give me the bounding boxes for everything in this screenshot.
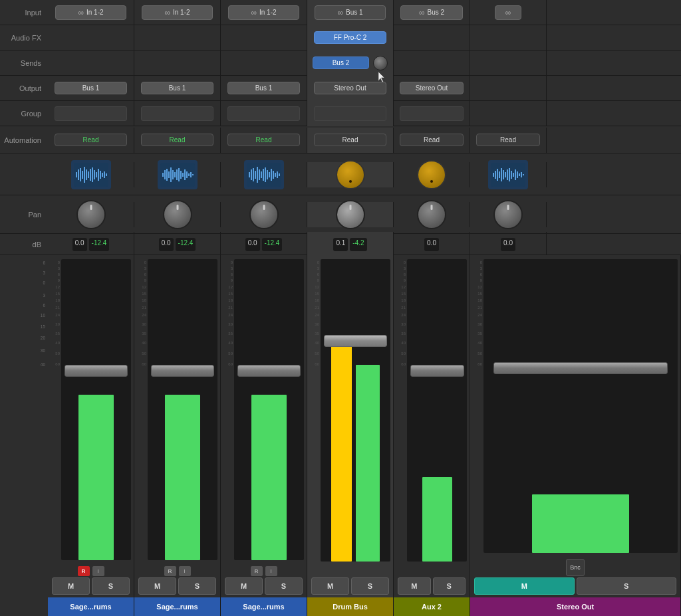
ch4-db-right[interactable]: -4.2 xyxy=(350,238,366,251)
ch4-fader-handle[interactable] xyxy=(324,335,387,347)
ch2-db-right[interactable]: -12.4 xyxy=(176,238,196,251)
ch3-s-btn[interactable]: S xyxy=(265,577,303,595)
ch6-s-btn[interactable]: S xyxy=(577,577,677,595)
ch5-yellow-knob[interactable] xyxy=(417,160,446,189)
ch6-db-left[interactable]: 0.0 xyxy=(501,238,515,251)
ch1-input-btn[interactable]: ∞ In 1-2 xyxy=(55,5,126,20)
ch1-waveform-svg xyxy=(74,163,108,187)
ch4-ri-row xyxy=(307,565,393,577)
channel-5-aux: 036912151821243035405060 M S Aux 2 xyxy=(394,255,470,616)
ch3-pan-dot xyxy=(263,205,265,210)
ch5-db-row: 0.0 xyxy=(422,235,442,254)
ch2-output-btn[interactable]: Bus 1 xyxy=(141,82,213,94)
ch5-fader-handle[interactable] xyxy=(410,365,464,377)
ch5-group-field[interactable] xyxy=(400,106,463,121)
ch6-pan-knob[interactable] xyxy=(493,200,523,229)
ch5-input-btn[interactable]: ∞ Bus 2 xyxy=(400,5,462,20)
ch4-m-btn[interactable]: M xyxy=(311,577,349,595)
ch3-fader-handle[interactable] xyxy=(237,365,301,377)
ch5-db-left[interactable]: 0.0 xyxy=(424,238,439,251)
ch3-db-right[interactable]: -12.4 xyxy=(262,238,283,251)
ch3-group-field[interactable] xyxy=(227,106,300,121)
ch2-i-btn[interactable]: I xyxy=(179,566,191,576)
ch2-s-btn[interactable]: S xyxy=(178,577,216,595)
ch1-i-btn[interactable]: I xyxy=(92,566,104,576)
ch1-db-left[interactable]: 0.0 xyxy=(72,238,87,251)
ch4-s-btn[interactable]: S xyxy=(351,577,389,595)
ch3-output-btn[interactable]: Bus 1 xyxy=(227,82,300,94)
ch2-fader-handle[interactable] xyxy=(151,365,214,377)
ch6-pan-dot xyxy=(507,205,509,210)
ch6-bnc-btn[interactable]: Bnc xyxy=(566,559,585,576)
ch5-auto-btn[interactable]: Read xyxy=(400,134,463,146)
ch4-fader-track[interactable] xyxy=(321,259,390,562)
ch5-pan-knob[interactable] xyxy=(417,200,446,229)
input-label: Input xyxy=(0,9,48,17)
automation-row: Automation Read Read Read Read Read xyxy=(0,126,681,154)
ch6-fader-handle[interactable] xyxy=(493,362,668,374)
ch6-input-cell: ∞ xyxy=(470,0,547,25)
ch4-send-btn[interactable]: Bus 2 xyxy=(313,56,369,69)
ch5-m-btn[interactable]: M xyxy=(398,577,431,595)
svg-marker-0 xyxy=(378,72,384,82)
ch2-r-btn[interactable]: R xyxy=(164,566,176,576)
ch1-fader-handle[interactable] xyxy=(65,365,128,377)
ch6-fader-area: 036912151821243035405060 xyxy=(470,255,680,557)
ch4-db-left[interactable]: 0.1 xyxy=(333,238,348,251)
ch2-waveform[interactable] xyxy=(158,160,198,189)
ch6-auto-btn[interactable]: Read xyxy=(476,134,539,146)
ch1-r-btn[interactable]: R xyxy=(78,566,90,576)
ch6-m-btn[interactable]: M xyxy=(474,577,575,595)
ch3-input-btn[interactable]: ∞ In 1-2 xyxy=(228,5,299,20)
ch3-auto-btn[interactable]: Read xyxy=(227,134,300,146)
ch1-output-btn[interactable]: Bus 1 xyxy=(55,82,127,94)
ch4-auto-btn[interactable]: Read xyxy=(314,134,386,146)
ch4-fx-btn[interactable]: FF Pro-C 2 xyxy=(314,31,386,44)
ch5-auto-cell: Read xyxy=(394,128,470,153)
ch3-db-left[interactable]: 0.0 xyxy=(245,238,260,251)
ch1-group-cell xyxy=(48,101,134,126)
ch3-pan-knob[interactable] xyxy=(249,200,279,229)
ch2-group-field[interactable] xyxy=(141,106,213,121)
ch6-fx-cell xyxy=(470,25,547,51)
svg-rect-51 xyxy=(279,173,280,176)
ch4-input-btn[interactable]: ∞ Bus 1 xyxy=(315,5,385,20)
ch1-m-btn[interactable]: M xyxy=(52,577,90,595)
scale-6-plus: 6 xyxy=(43,260,45,265)
ch6-fader-track[interactable] xyxy=(483,259,678,553)
ch4-yellow-knob[interactable] xyxy=(336,160,365,189)
ch3-fader-track[interactable] xyxy=(234,259,304,560)
ch4-pan-knob[interactable] xyxy=(336,200,365,229)
svg-rect-62 xyxy=(511,171,512,179)
ch5-fader-track[interactable] xyxy=(407,259,467,562)
ch2-fader-track[interactable] xyxy=(148,259,217,560)
ch1-db-right[interactable]: -12.4 xyxy=(89,238,110,251)
ch3-i-btn[interactable]: I xyxy=(265,566,277,576)
ch1-s-btn[interactable]: S xyxy=(92,577,130,595)
ch1-db-row: 0.0 -12.4 xyxy=(70,235,112,254)
ch1-group-field[interactable] xyxy=(55,106,127,121)
ch4-group-field[interactable] xyxy=(314,106,386,121)
ch1-fader-track[interactable] xyxy=(61,259,131,560)
ch6-waveform[interactable] xyxy=(488,160,528,189)
ch2-auto-btn[interactable]: Read xyxy=(141,134,213,146)
ch6-output-cell xyxy=(470,76,547,101)
ch3-r-btn[interactable]: R xyxy=(251,566,263,576)
channel-4-bus: 036912151821243035405060 M S D xyxy=(307,255,394,616)
svg-rect-42 xyxy=(261,171,262,178)
ch1-pan-knob[interactable] xyxy=(76,200,106,229)
ch5-output-btn[interactable]: Stereo Out xyxy=(400,82,463,94)
ch1-auto-btn[interactable]: Read xyxy=(55,134,127,146)
ch2-m-btn[interactable]: M xyxy=(138,577,176,595)
ch2-input-btn[interactable]: ∞ In 1-2 xyxy=(142,5,212,20)
ch5-s-btn[interactable]: S xyxy=(433,577,466,595)
ch6-input-btn[interactable]: ∞ xyxy=(495,5,521,20)
ch1-waveform[interactable] xyxy=(71,160,111,189)
svg-rect-38 xyxy=(253,168,254,181)
ch3-m-btn[interactable]: M xyxy=(225,577,263,595)
ch4-output-btn[interactable]: Stereo Out xyxy=(314,82,386,94)
ch3-waveform[interactable] xyxy=(244,160,284,189)
ch2-pan-knob[interactable] xyxy=(163,200,192,229)
send-knob[interactable] xyxy=(373,56,388,70)
ch2-db-left[interactable]: 0.0 xyxy=(159,238,174,251)
